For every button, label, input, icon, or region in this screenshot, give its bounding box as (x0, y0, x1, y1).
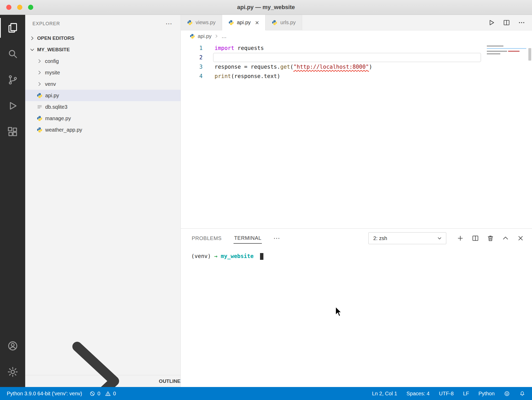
code-token: ( (290, 64, 294, 70)
tree-item-manage-py[interactable]: manage.py (25, 113, 181, 124)
status-bar: Python 3.9.0 64-bit ('venv': venv) 0 0 L… (0, 387, 532, 400)
sidebar-title: EXPLORER (32, 21, 60, 27)
source-control-icon[interactable] (0, 67, 25, 93)
code-line[interactable]: 2 (181, 53, 532, 62)
code-token: print (215, 73, 231, 79)
titlebar: api.py — my_website (0, 0, 532, 15)
chevron-right-icon (37, 81, 42, 87)
new-terminal-icon[interactable] (457, 235, 464, 242)
tab-close-icon[interactable]: × (255, 19, 259, 26)
extensions-icon[interactable] (0, 119, 25, 145)
terminal-cursor (260, 253, 263, 260)
indentation-status[interactable]: Spaces: 4 (407, 391, 430, 397)
warning-count: 0 (113, 391, 116, 397)
tab-views-py[interactable]: views.py (181, 15, 222, 30)
code-token: get (280, 64, 290, 70)
line-number: 3 (181, 64, 203, 70)
chevron-right-icon (37, 58, 42, 64)
tree-item-db-sqlite3[interactable]: db.sqlite3 (25, 101, 181, 113)
chevron-down-icon (29, 47, 35, 53)
error-icon (89, 391, 95, 397)
kill-terminal-trash-icon[interactable] (487, 235, 494, 242)
python-interpreter-status[interactable]: Python 3.9.0 64-bit ('venv': venv) (7, 391, 82, 397)
python-file-icon (187, 20, 193, 25)
language-mode-status[interactable]: Python (478, 391, 495, 397)
run-debug-icon[interactable] (0, 93, 25, 119)
root-folder-my-website[interactable]: MY_WEBSITE (25, 44, 181, 55)
python-file-icon (272, 20, 277, 25)
settings-gear-icon[interactable] (0, 359, 25, 385)
error-count: 0 (97, 391, 100, 397)
code-token: import (215, 45, 234, 51)
window-title: api.py — my_website (0, 4, 532, 11)
vscode-window: api.py — my_website (0, 0, 532, 400)
problems-status[interactable]: 0 0 (89, 391, 116, 397)
explorer-sidebar: EXPLORER ⋯ OPEN EDITORS MY_WEBSITE confi… (25, 15, 181, 387)
code-token: ) (369, 64, 372, 70)
tree-item-weather-app-py[interactable]: weather_app.py (25, 124, 181, 136)
editor-more-actions-icon[interactable] (518, 19, 525, 26)
split-terminal-icon[interactable] (472, 235, 479, 242)
editor-tab-bar: views.py api.py × urls.py (181, 15, 532, 30)
tab-urls-py[interactable]: urls.py (265, 15, 302, 30)
maximize-panel-icon[interactable] (502, 235, 509, 242)
account-icon[interactable] (0, 333, 25, 359)
tab-terminal[interactable]: TERMINAL (234, 233, 262, 244)
tree-item-label: weather_app.py (45, 127, 82, 133)
run-file-icon[interactable] (488, 19, 495, 26)
close-panel-icon[interactable] (517, 235, 524, 242)
line-number: 4 (181, 73, 203, 79)
terminal-shell-select[interactable]: 2: zsh (368, 232, 446, 244)
tree-item-mysite[interactable]: mysite (25, 67, 181, 78)
code-token-url-string: "http://localhost:8000" (293, 64, 369, 70)
python-file-icon (37, 93, 43, 99)
split-editor-icon[interactable] (503, 19, 510, 26)
breadcrumb: api.py … (181, 30, 532, 42)
terminal-cwd: my_website (221, 253, 254, 259)
tree-item-api-py[interactable]: api.py (25, 90, 181, 101)
file-lines-icon (37, 104, 43, 110)
search-icon[interactable] (0, 41, 25, 67)
feedback-smiley-icon[interactable] (504, 391, 510, 397)
encoding-status[interactable]: UTF-8 (439, 391, 454, 397)
line-number: 2 (181, 54, 203, 61)
root-folder-label: MY_WEBSITE (37, 47, 70, 53)
tree-item-label: config (45, 58, 59, 64)
python-file-icon (190, 34, 195, 39)
code-line[interactable]: 4 print(response.text) (181, 72, 532, 81)
code-token: (response.text) (231, 73, 280, 79)
terminal-venv-prefix: (venv) (191, 253, 211, 259)
tree-item-label: db.sqlite3 (45, 104, 68, 110)
terminal-shell-value: 2: zsh (373, 235, 387, 241)
tab-problems[interactable]: PROBLEMS (191, 233, 222, 243)
tab-api-py[interactable]: api.py × (222, 15, 266, 30)
code-token: response = requests. (215, 64, 280, 70)
breadcrumb-symbol[interactable]: … (221, 33, 227, 39)
code-line[interactable]: 1 import requests (181, 43, 532, 53)
explorer-icon[interactable] (0, 15, 25, 41)
explorer-more-actions-icon[interactable]: ⋯ (165, 20, 173, 28)
chevron-down-icon (437, 235, 442, 241)
open-editors-section[interactable]: OPEN EDITORS (25, 33, 181, 44)
line-number: 1 (181, 45, 203, 51)
chevron-right-icon (214, 34, 219, 38)
terminal-prompt-arrow: → (214, 253, 218, 259)
code-line[interactable]: 3 response = requests.get("http://localh… (181, 62, 532, 72)
notifications-bell-icon[interactable] (519, 391, 525, 397)
tree-item-config[interactable]: config (25, 55, 181, 67)
panel-more-actions-icon[interactable]: ⋯ (273, 234, 281, 242)
code-editor[interactable]: 1 import requests 2 3 response = request… (181, 42, 532, 228)
cursor-position-status[interactable]: Ln 2, Col 1 (372, 391, 397, 397)
terminal-output[interactable]: (venv) → my_website (181, 248, 532, 387)
python-file-icon (228, 20, 234, 25)
warning-icon (105, 391, 111, 397)
outline-section[interactable]: OUTLINE (25, 375, 181, 387)
outline-label: OUTLINE (159, 378, 181, 384)
bottom-panel: PROBLEMS TERMINAL ⋯ 2: zsh (181, 228, 532, 387)
tab-label: views.py (196, 20, 216, 25)
open-editors-label: OPEN EDITORS (37, 35, 74, 41)
eol-status[interactable]: LF (463, 391, 469, 397)
code-token: requests (234, 45, 264, 51)
tree-item-venv[interactable]: venv (25, 78, 181, 90)
breadcrumb-file[interactable]: api.py (198, 33, 211, 39)
